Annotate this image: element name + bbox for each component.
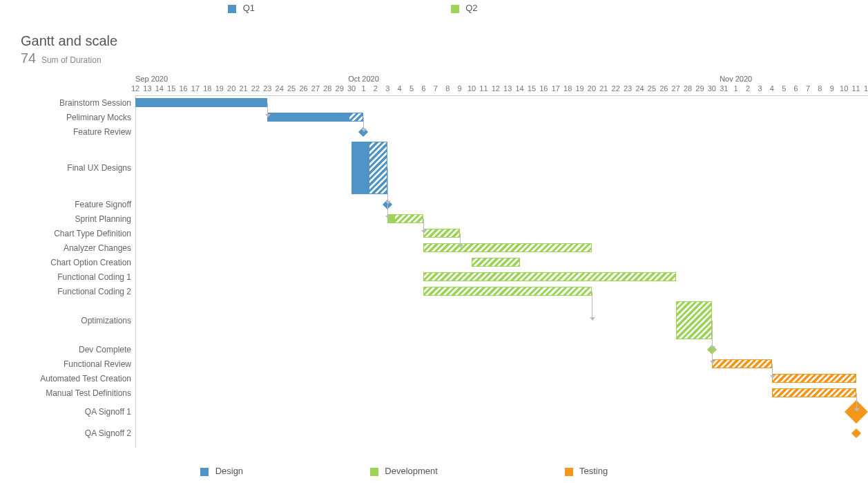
axis-day-tick: 25 xyxy=(287,84,296,93)
axis-day-tick: 24 xyxy=(635,84,644,93)
gantt-bar[interactable] xyxy=(423,229,459,238)
task-label: Automated Test Creation xyxy=(40,374,131,383)
axis-line xyxy=(135,95,868,96)
axis-day-tick: 8 xyxy=(445,84,450,93)
axis-day-tick: 24 xyxy=(276,84,284,93)
gantt-bar[interactable] xyxy=(712,359,772,368)
axis-day-tick: 2 xyxy=(746,84,750,93)
task-label: Sprint Planning xyxy=(75,214,131,224)
task-label: Chart Option Creation xyxy=(50,258,131,267)
axis-month-tick: Oct 2020 xyxy=(348,75,379,83)
gantt-chart[interactable]: Brainstorm SessionPeliminary MocksFeatur… xyxy=(0,75,868,448)
milestone[interactable] xyxy=(845,400,868,424)
task-label: QA Signoff 2 xyxy=(85,428,131,438)
axis-day-tick: 12 xyxy=(864,84,868,93)
axis-day-tick: 18 xyxy=(563,84,572,93)
axis-day-tick: 29 xyxy=(695,84,704,93)
axis-day-tick: 12 xyxy=(131,84,139,93)
axis-day-tick: 14 xyxy=(515,84,523,93)
gantt-bar-progress xyxy=(135,98,267,107)
axis-day-tick: 2 xyxy=(374,84,378,93)
axis-day-tick: 28 xyxy=(323,84,331,93)
kpi-label: Sum of Duration xyxy=(41,55,102,65)
axis-day-tick: 9 xyxy=(830,84,834,93)
legend-item[interactable]: Q1 xyxy=(228,3,255,13)
legend-item[interactable]: Testing xyxy=(565,466,608,476)
gantt-bar-progress xyxy=(351,142,369,194)
axis-day-tick: 8 xyxy=(818,84,822,93)
task-label: Peliminary Mocks xyxy=(66,113,131,122)
axis-day-tick: 10 xyxy=(840,84,848,93)
axis-day-tick: 26 xyxy=(299,84,307,93)
legend-swatch xyxy=(451,5,459,13)
axis-day-tick: 17 xyxy=(552,84,560,93)
gantt-bar[interactable] xyxy=(472,258,520,267)
axis-day-tick: 13 xyxy=(503,84,512,93)
task-label: Functional Coding 1 xyxy=(57,272,131,282)
axis-month-tick: Sep 2020 xyxy=(135,75,168,83)
axis-line xyxy=(135,95,136,448)
axis-day-tick: 18 xyxy=(203,84,211,93)
axis-day-tick: 16 xyxy=(179,84,187,93)
milestone[interactable] xyxy=(358,126,368,136)
chart-title: Gantt and scale xyxy=(21,33,117,49)
task-label: Optimizations xyxy=(81,316,131,325)
task-label: Brainstorm Session xyxy=(59,98,131,108)
legend-swatch xyxy=(228,5,236,13)
axis-day-tick: 28 xyxy=(684,84,692,93)
axis-day-tick: 23 xyxy=(263,84,271,93)
task-label: Dev Complete xyxy=(79,345,131,354)
axis-day-tick: 11 xyxy=(479,84,488,93)
axis-day-tick: 4 xyxy=(770,84,774,93)
axis-day-tick: 4 xyxy=(398,84,402,93)
axis-day-tick: 7 xyxy=(806,84,810,93)
milestone[interactable] xyxy=(851,428,861,438)
bottom-legend: Design Development Testing xyxy=(0,466,868,476)
milestone[interactable] xyxy=(383,199,392,209)
axis-day-tick: 21 xyxy=(599,84,608,93)
task-label: Feature Signoff xyxy=(75,200,131,209)
gantt-bar[interactable] xyxy=(423,287,592,296)
axis-day-tick: 27 xyxy=(672,84,680,93)
legend-item[interactable]: Q2 xyxy=(451,3,478,13)
axis-day-tick: 5 xyxy=(782,84,786,93)
axis-day-tick: 6 xyxy=(794,84,798,93)
axis-day-tick: 21 xyxy=(239,84,247,93)
axis-day-tick: 29 xyxy=(336,84,344,93)
legend-item[interactable]: Design xyxy=(200,466,243,476)
task-label: Feature Review xyxy=(73,127,131,137)
axis-day-tick: 3 xyxy=(385,84,389,93)
task-label: Manual Test Definitions xyxy=(46,388,131,398)
gantt-bar[interactable] xyxy=(772,374,856,383)
axis-day-tick: 11 xyxy=(851,84,860,93)
axis-day-tick: 15 xyxy=(167,84,175,93)
legend-swatch xyxy=(565,468,573,476)
task-label: QA Signoff 1 xyxy=(85,407,131,417)
axis-day-tick: 12 xyxy=(492,84,500,93)
gantt-bar[interactable] xyxy=(423,272,675,281)
top-legend: Q1 Q2 xyxy=(0,3,868,19)
axis-day-tick: 6 xyxy=(421,84,425,93)
gantt-bar[interactable] xyxy=(676,301,712,339)
axis-day-tick: 10 xyxy=(467,84,476,93)
task-label: Analyzer Changes xyxy=(64,243,131,253)
legend-label: Design xyxy=(215,466,243,476)
axis-day-tick: 13 xyxy=(143,84,151,93)
axis-day-tick: 30 xyxy=(347,84,356,93)
axis-day-tick: 20 xyxy=(227,84,235,93)
axis-day-tick: 27 xyxy=(311,84,320,93)
axis-day-tick: 19 xyxy=(575,84,584,93)
legend-swatch xyxy=(200,468,209,476)
legend-label: Testing xyxy=(579,466,608,476)
legend-swatch xyxy=(370,468,378,476)
task-label: Functional Review xyxy=(64,359,131,369)
axis-day-tick: 31 xyxy=(720,84,728,93)
axis-day-tick: 14 xyxy=(155,84,164,93)
legend-item[interactable]: Development xyxy=(370,466,438,476)
axis-day-tick: 22 xyxy=(251,84,260,93)
milestone[interactable] xyxy=(707,344,717,354)
task-label: Final UX Designs xyxy=(67,163,131,173)
gantt-bar[interactable] xyxy=(423,243,592,252)
axis-day-tick: 30 xyxy=(708,84,716,93)
gantt-bar[interactable] xyxy=(772,388,856,397)
